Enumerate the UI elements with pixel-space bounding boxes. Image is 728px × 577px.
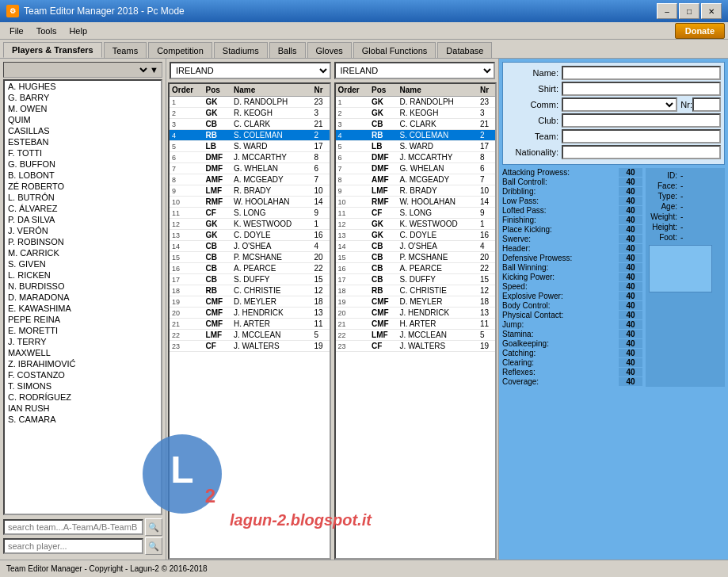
menu-help[interactable]: Help	[63, 25, 93, 37]
tab-players-transfers[interactable]: Players & Transfers	[3, 42, 102, 58]
table-row[interactable]: 17CBS. DUFFY15	[170, 274, 330, 285]
table-row[interactable]: 17CBS. DUFFY15	[336, 274, 496, 285]
table-row[interactable]: 14CBJ. O'SHEA4	[336, 241, 496, 252]
table-row[interactable]: 1GKD. RANDOLPH23	[336, 97, 496, 108]
player-list-item[interactable]: B. LOBONT	[5, 170, 161, 181]
maximize-button[interactable]: □	[679, 3, 699, 19]
minimize-button[interactable]: –	[657, 3, 677, 19]
player-list-item[interactable]: S. GIVEN	[5, 258, 161, 269]
table-row[interactable]: 15CBP. MCSHANE20	[170, 252, 330, 263]
player-list-item[interactable]: E. KAWASHIMA	[5, 303, 161, 314]
tab-teams[interactable]: Teams	[104, 42, 147, 58]
player-list-item[interactable]: ZÉ ROBERTO	[5, 181, 161, 192]
nationality-input[interactable]	[562, 145, 721, 159]
table-row[interactable]: 21CMFH. ARTER11	[170, 319, 330, 330]
player-list-item[interactable]: J. TERRY	[5, 336, 161, 347]
table-row[interactable]: 10RMFW. HOOLAHAN14	[170, 197, 330, 208]
player-list-item[interactable]: T. SIMONS	[5, 380, 161, 392]
player-list-item[interactable]: G. BARRY	[5, 92, 161, 103]
player-list-item[interactable]: C. ÁLVAREZ	[5, 203, 161, 214]
table-row[interactable]: 18RBC. CHRISTIE12	[170, 285, 330, 296]
team-input[interactable]	[562, 129, 721, 143]
table-row[interactable]: 13GKC. DOYLE16	[170, 230, 330, 241]
player-list-item[interactable]: P. ROBINSON	[5, 236, 161, 247]
table-row[interactable]: 19CMFD. MEYLER18	[170, 296, 330, 308]
tab-database[interactable]: Database	[437, 42, 492, 58]
player-list-item[interactable]: Z. IBRAHIMOVIĆ	[5, 358, 161, 369]
table-row[interactable]: 15CBP. MCSHANE20	[336, 252, 496, 263]
table-row[interactable]: 7DMFG. WHELAN6	[336, 163, 496, 174]
table-row[interactable]: 19CMFD. MEYLER18	[336, 296, 496, 308]
table-row[interactable]: 18RBC. CHRISTIE12	[336, 285, 496, 296]
table-row[interactable]: 2GKR. KEOGH3	[336, 108, 496, 119]
left-team-dropdown[interactable]: IRELAND	[170, 62, 331, 79]
menu-file[interactable]: File	[3, 25, 30, 37]
table-row[interactable]: 9LMFR. BRADY10	[336, 185, 496, 197]
right-team-dropdown[interactable]: IRELAND	[334, 62, 496, 79]
tab-global-functions[interactable]: Global Functions	[353, 42, 436, 58]
table-row[interactable]: 8AMFA. MCGEADY7	[170, 174, 330, 185]
player-list-item[interactable]: C. RODRÍGUEZ	[5, 392, 161, 403]
table-row[interactable]: 6DMFJ. MCCARTHY8	[336, 152, 496, 163]
table-row[interactable]: 22LMFJ. MCCLEAN5	[336, 330, 496, 341]
player-list-item[interactable]: L. RICKEN	[5, 269, 161, 281]
comm-dropdown[interactable]	[562, 97, 677, 112]
search-player-button[interactable]: 🔍	[145, 537, 162, 555]
right-table-container[interactable]: Order Pos Name Nr 1GKD. RANDOLPH232GKR. …	[334, 82, 497, 560]
player-list-item[interactable]: ESTEBAN	[5, 136, 161, 147]
table-row[interactable]: 20CMFJ. HENDRICK13	[170, 308, 330, 319]
table-row[interactable]: 8AMFA. MCGEADY7	[336, 174, 496, 185]
left-table-container[interactable]: Order Pos Name Nr 1GKD. RANDOLPH232GKR. …	[168, 82, 331, 560]
nr-input[interactable]	[692, 97, 721, 112]
name-input[interactable]	[562, 66, 721, 80]
player-list-item[interactable]: F. COSTANZO	[5, 369, 161, 380]
player-list-item[interactable]: F. TOTTI	[5, 147, 161, 159]
search-team-input[interactable]	[3, 519, 143, 535]
club-input[interactable]	[562, 113, 721, 128]
player-list-item[interactable]: MAXWELL	[5, 347, 161, 358]
table-row[interactable]: 5LBS. WARD17	[336, 141, 496, 152]
left-panel-dropdown[interactable]	[7, 64, 150, 75]
player-list-item[interactable]: PEPE REINA	[5, 314, 161, 325]
table-row[interactable]: 6DMFJ. MCCARTHY8	[170, 152, 330, 163]
tab-stadiums[interactable]: Stadiums	[214, 42, 268, 58]
table-row[interactable]: 3CBC. CLARK21	[170, 119, 330, 130]
table-row[interactable]: 2GKR. KEOGH3	[170, 108, 330, 119]
table-row[interactable]: 10RMFW. HOOLAHAN14	[336, 197, 496, 208]
tab-competition[interactable]: Competition	[148, 42, 212, 58]
table-row[interactable]: 13GKC. DOYLE16	[336, 230, 496, 241]
player-list-item[interactable]: CASILLAS	[5, 125, 161, 136]
table-row[interactable]: 4RBS. COLEMAN2	[170, 130, 330, 141]
table-row[interactable]: 23CFJ. WALTERS19	[170, 341, 330, 352]
tab-gloves[interactable]: Gloves	[307, 42, 352, 58]
table-row[interactable]: 16CBA. PEARCE22	[336, 263, 496, 274]
table-row[interactable]: 11CFS. LONG9	[336, 208, 496, 219]
player-list-item[interactable]: M. CARRICK	[5, 247, 161, 258]
table-row[interactable]: 1GKD. RANDOLPH23	[170, 97, 330, 108]
player-list-item[interactable]: J. VERÓN	[5, 225, 161, 236]
player-list-item[interactable]: M. OWEN	[5, 103, 161, 114]
table-row[interactable]: 12GKK. WESTWOOD1	[170, 219, 330, 230]
table-row[interactable]: 14CBJ. O'SHEA4	[170, 241, 330, 252]
player-list-container[interactable]: A. HUGHESG. BARRYM. OWENQUIMCASILLASESTE…	[3, 79, 162, 515]
player-list-item[interactable]: D. MARADONA	[5, 292, 161, 303]
player-list-item[interactable]: IAN RUSH	[5, 403, 161, 414]
table-row[interactable]: 3CBC. CLARK21	[336, 119, 496, 130]
table-row[interactable]: 5LBS. WARD17	[170, 141, 330, 152]
shirt-input[interactable]	[562, 82, 721, 96]
search-player-input[interactable]	[3, 538, 143, 554]
table-row[interactable]: 4RBS. COLEMAN2	[336, 130, 496, 141]
table-row[interactable]: 23CFJ. WALTERS19	[336, 341, 496, 352]
menu-tools[interactable]: Tools	[30, 25, 63, 37]
close-button[interactable]: ✕	[701, 3, 722, 19]
table-row[interactable]: 22LMFJ. MCCLEAN5	[170, 330, 330, 341]
player-list-item[interactable]: S. CAMARA	[5, 414, 161, 425]
player-list-item[interactable]: A. HUGHES	[5, 81, 161, 92]
table-row[interactable]: 21CMFH. ARTER11	[336, 319, 496, 330]
search-team-button[interactable]: 🔍	[145, 518, 162, 536]
player-list-item[interactable]: L. BUTRÓN	[5, 192, 161, 203]
player-list-item[interactable]: E. MORETTI	[5, 325, 161, 336]
table-row[interactable]: 16CBA. PEARCE22	[170, 263, 330, 274]
player-list-item[interactable]: N. BURDISSO	[5, 281, 161, 292]
table-row[interactable]: 7DMFG. WHELAN6	[170, 163, 330, 174]
